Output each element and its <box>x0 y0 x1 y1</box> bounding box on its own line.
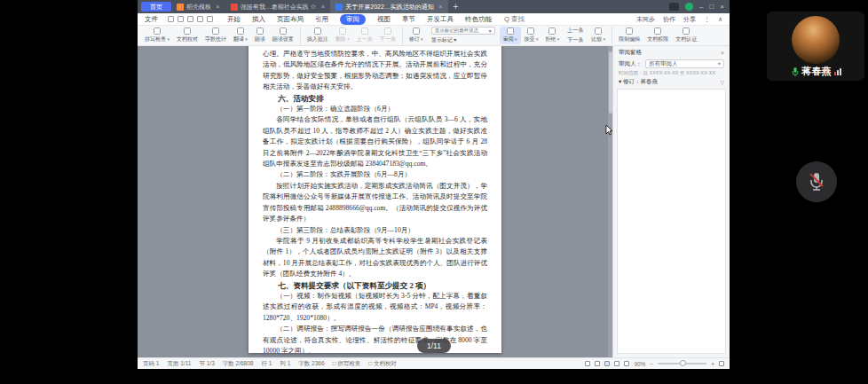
status-item[interactable]: 字数 2/6808 <box>223 360 254 368</box>
ribbon-button[interactable]: 限制编辑 <box>612 27 643 44</box>
menu-tab[interactable]: 插入 <box>252 15 265 24</box>
show-markup-toggle[interactable]: 显示标记 ▾ <box>431 36 495 44</box>
menu-tab[interactable]: 章节 <box>402 15 415 24</box>
document-page[interactable]: 心理。严格遵守当地疫情防控要求，中、高风险地区不得组织开展社会实践活动，低风险地… <box>249 46 501 353</box>
ribbon-button[interactable]: 朗读 <box>251 27 269 44</box>
zoom-slider-knob[interactable] <box>680 360 686 366</box>
mute-toggle-button[interactable] <box>796 161 837 202</box>
menu-tab[interactable]: 页面布局 <box>277 15 304 24</box>
document-paragraph: 心理。严格遵守当地疫情防控要求，中、高风险地区不得组织开展社会实践活动，低风险地… <box>263 49 487 93</box>
document-tab[interactable]: 强国有我…暑期社会实践 ☆ × <box>225 0 331 13</box>
zoom-level[interactable]: 90% <box>634 361 645 367</box>
zoom-slider[interactable] <box>658 363 706 364</box>
zoom-out-button[interactable]: − <box>650 361 653 367</box>
menu-right-action[interactable]: 分享 <box>683 15 696 24</box>
reviewer-select[interactable]: 所有审阅人 ▾ <box>645 59 724 68</box>
participant-video-tile[interactable]: 蒋春燕 <box>767 12 864 81</box>
document-type-icon <box>335 4 343 11</box>
ribbon-button-icon <box>683 27 690 35</box>
next-revision-button[interactable]: 下一条 <box>567 36 583 44</box>
redo-icon[interactable] <box>207 16 213 22</box>
review-pane: 审阅窗格 × 审阅人： 所有审阅人 ▾ 时间范围：自 XXXX-XX-XX 至 … <box>612 46 730 357</box>
tab-close-icon[interactable]: × <box>321 3 326 11</box>
ribbon-button[interactable]: 文档权限 <box>643 27 672 44</box>
ribbon-button[interactable]: 上一条 <box>353 27 376 44</box>
message-icon[interactable] <box>669 3 679 11</box>
menu-right-action[interactable]: 协作 <box>663 15 675 24</box>
user-avatar[interactable] <box>685 3 693 11</box>
menu-tab[interactable]: 引用 <box>315 15 328 24</box>
document-canvas[interactable]: 心理。严格遵守当地疫情防控要求，中、高风险地区不得组织开展社会实践活动，低风险地… <box>138 46 608 357</box>
zoom-in-button[interactable]: + <box>711 361 714 367</box>
save-icon[interactable] <box>168 16 174 22</box>
minimize-button[interactable]: – <box>699 4 703 11</box>
document-paragraph: （三）第三阶段：总结表彰阶段（9月—10月） <box>263 225 487 236</box>
menu-tab[interactable]: 开发工具 <box>427 15 454 24</box>
filter-icon[interactable]: ▽ <box>720 79 724 85</box>
maximize-button[interactable]: □ <box>709 4 714 11</box>
ribbon-button[interactable]: 文档校对 <box>173 27 201 44</box>
scrollbar-thumb[interactable] <box>609 51 612 114</box>
previous-revision-button[interactable]: 上一条 <box>567 27 583 35</box>
status-item[interactable]: 节 1/3 <box>199 360 214 368</box>
ribbon-button[interactable]: 修订 <box>402 27 427 44</box>
close-pane-icon[interactable]: × <box>721 50 724 56</box>
status-item[interactable]: □ 拼写检查 <box>333 360 361 368</box>
new-tab-button[interactable]: + <box>448 2 464 12</box>
ribbon-button[interactable]: 比较 <box>588 27 609 44</box>
ribbon-button-icon <box>212 27 219 35</box>
menu-right-action[interactable]: 未同步 <box>636 15 655 24</box>
status-item[interactable]: 字数 2366 <box>298 360 324 368</box>
ribbon-button-icon <box>626 27 633 35</box>
menu-tab[interactable]: 开始 <box>227 15 241 24</box>
web-layout-icon[interactable] <box>614 361 619 366</box>
document-tab[interactable]: 稻壳模板 × <box>171 0 225 13</box>
find-button[interactable]: Q 查找 <box>504 15 525 24</box>
menu-right-action[interactable]: ∧ <box>718 16 722 23</box>
ribbon-button[interactable]: 接受 <box>521 27 542 44</box>
markup-state-dropdown[interactable]: 显示标记的最终状态▾ <box>431 27 495 35</box>
status-item[interactable]: 页码 1 <box>143 360 159 368</box>
time-range-filter[interactable]: 时间范围：自 XXXX-XX-XX 至 XXXX-XX-XX <box>619 70 724 76</box>
menu-right-action[interactable]: ⋮ <box>704 16 710 23</box>
print-icon[interactable] <box>178 16 184 22</box>
ribbon-button-icon <box>413 27 420 35</box>
ribbon-button[interactable]: 插入批注 <box>300 27 332 44</box>
status-item[interactable]: □ 文档校对 <box>368 360 397 368</box>
outline-view-icon[interactable] <box>624 361 629 366</box>
ribbon-button[interactable]: 拼写检查 <box>141 27 173 44</box>
ribbon-button[interactable]: 文档认证 <box>672 27 700 44</box>
ribbon-button-icon <box>314 27 321 35</box>
undo-icon[interactable] <box>197 16 203 22</box>
ribbon-button[interactable]: 下一条 <box>376 27 399 44</box>
fit-page-icon[interactable] <box>585 361 590 366</box>
tab-close-icon[interactable]: × <box>216 3 220 11</box>
read-layout-icon[interactable] <box>595 361 600 366</box>
close-button[interactable]: × <box>720 4 724 11</box>
ribbon-button[interactable]: 字数统计 <box>201 27 230 44</box>
document-paragraph: （二）第二阶段：实践开展阶段（6月—8月） <box>263 169 487 180</box>
menu-tab[interactable]: 审阅 <box>340 14 366 25</box>
print-preview-icon[interactable] <box>187 16 193 22</box>
status-item[interactable]: 行 1 <box>261 360 272 368</box>
status-item[interactable]: 页面 1/11 <box>167 360 191 368</box>
ribbon-button-icon <box>548 27 556 35</box>
home-button[interactable]: 首页 <box>141 2 171 12</box>
file-menu[interactable]: 文件 <box>138 15 165 24</box>
revision-group-label[interactable]: ▾ 修订：蒋春燕 <box>619 78 658 86</box>
ribbon-button[interactable]: 翻译 <box>230 27 251 44</box>
write-mode-icon[interactable] <box>604 361 610 366</box>
ribbon-button[interactable]: 拒绝 <box>541 27 563 44</box>
menu-tab[interactable]: 视图 <box>377 15 391 24</box>
page-indicator-badge: 1/11 <box>417 339 451 353</box>
ribbon-button[interactable]: 审阅 <box>500 27 521 44</box>
ribbon-button[interactable]: 朗读设置 <box>269 27 297 44</box>
ribbon-button-icon <box>595 27 602 35</box>
fullscreen-icon[interactable] <box>719 361 724 366</box>
status-item[interactable]: 列 1 <box>280 360 290 368</box>
menu-tab[interactable]: 特色功能 <box>465 15 492 24</box>
document-tab[interactable]: 关于开展2022…实践活动的通知 × <box>330 0 447 13</box>
revision-list[interactable] <box>617 89 726 354</box>
tab-close-icon[interactable]: × <box>438 3 443 11</box>
ribbon-button[interactable]: 删除 <box>332 27 353 44</box>
